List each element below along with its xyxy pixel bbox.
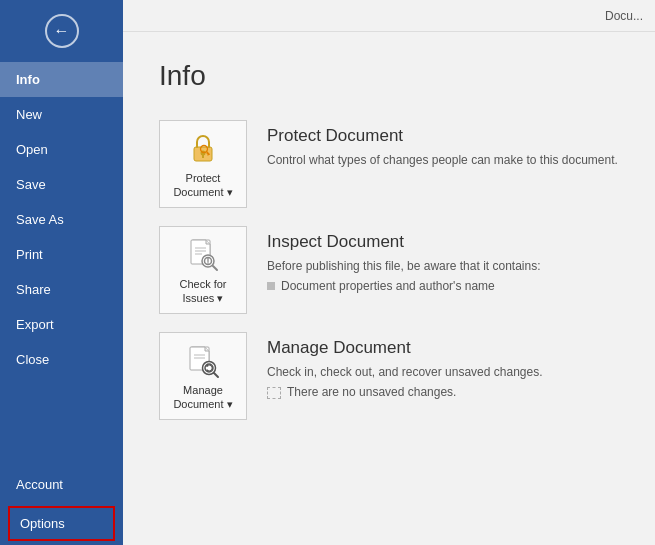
manage-document-list: There are no unsaved changes.: [267, 385, 619, 399]
manage-document-title: Manage Document: [267, 338, 619, 358]
document-title: Docu...: [605, 9, 643, 23]
top-bar: Docu...: [123, 0, 655, 32]
sidebar-item-export[interactable]: Export: [0, 307, 123, 342]
back-button[interactable]: ←: [0, 0, 123, 62]
sidebar: ← Info New Open Save Save As Print Share…: [0, 0, 123, 545]
list-item: There are no unsaved changes.: [267, 385, 619, 399]
content-area: Info: [123, 32, 655, 545]
list-item-text: Document properties and author's name: [281, 279, 495, 293]
inspect-document-card: Check forIssues ▾ Inspect Document Befor…: [159, 226, 619, 314]
svg-point-15: [207, 262, 209, 264]
sidebar-item-account[interactable]: Account: [0, 467, 123, 502]
page-title: Info: [159, 60, 619, 92]
svg-rect-2: [202, 154, 204, 158]
protect-document-icon: [184, 129, 222, 167]
sidebar-item-save[interactable]: Save: [0, 167, 123, 202]
manage-document-content: Manage Document Check in, check out, and…: [267, 332, 619, 401]
list-item-text: There are no unsaved changes.: [287, 385, 456, 399]
manage-document-icon: [184, 341, 222, 379]
sidebar-item-open[interactable]: Open: [0, 132, 123, 167]
check-issues-button[interactable]: Check forIssues ▾: [159, 226, 247, 314]
sidebar-bottom: Account Options: [0, 467, 123, 545]
check-issues-label: Check forIssues ▾: [179, 277, 226, 306]
manage-document-button[interactable]: ManageDocument ▾: [159, 332, 247, 420]
sidebar-item-info[interactable]: Info: [0, 62, 123, 97]
protect-document-content: Protect Document Control what types of c…: [267, 120, 619, 169]
manage-document-label: ManageDocument ▾: [173, 383, 232, 412]
protect-document-card: ProtectDocument ▾ Protect Document Contr…: [159, 120, 619, 208]
manage-document-desc: Check in, check out, and recover unsaved…: [267, 363, 619, 381]
check-issues-icon: [184, 235, 222, 273]
sidebar-item-save-as[interactable]: Save As: [0, 202, 123, 237]
sidebar-item-share[interactable]: Share: [0, 272, 123, 307]
bullet-icon: [267, 282, 275, 290]
sidebar-item-print[interactable]: Print: [0, 237, 123, 272]
svg-line-21: [214, 373, 218, 377]
sidebar-item-close[interactable]: Close: [0, 342, 123, 377]
inspect-document-list: Document properties and author's name: [267, 279, 619, 293]
protect-document-button[interactable]: ProtectDocument ▾: [159, 120, 247, 208]
manage-document-card: ManageDocument ▾ Manage Document Check i…: [159, 332, 619, 420]
svg-line-13: [213, 266, 217, 270]
svg-line-6: [207, 153, 208, 154]
main-area: Docu... Info: [123, 0, 655, 545]
dotted-box-icon: [267, 387, 281, 399]
sidebar-item-options[interactable]: Options: [8, 506, 115, 541]
sidebar-nav: Info New Open Save Save As Print Share E…: [0, 62, 123, 545]
inspect-document-title: Inspect Document: [267, 232, 619, 252]
inspect-document-desc: Before publishing this file, be aware th…: [267, 257, 619, 275]
inspect-document-content: Inspect Document Before publishing this …: [267, 226, 619, 295]
protect-document-title: Protect Document: [267, 126, 619, 146]
sidebar-item-new[interactable]: New: [0, 97, 123, 132]
back-circle-icon[interactable]: ←: [45, 14, 79, 48]
list-item: Document properties and author's name: [267, 279, 619, 293]
protect-document-label: ProtectDocument ▾: [173, 171, 232, 200]
protect-document-desc: Control what types of changes people can…: [267, 151, 619, 169]
